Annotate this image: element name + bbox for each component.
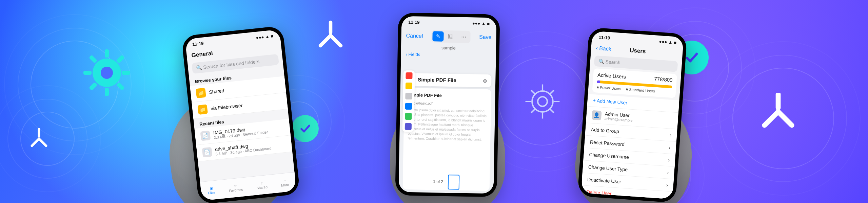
page-thumbnail[interactable] [448, 175, 459, 190]
search-icon: 🔍 [196, 65, 202, 71]
more-icon: ⋯ [283, 179, 287, 183]
svg-rect-3 [105, 88, 109, 96]
clock: 11:19 [598, 35, 610, 40]
svg-point-11 [538, 97, 547, 106]
active-users-label: Active Users [597, 72, 626, 80]
legend-standard: ■ Standard Users [626, 87, 655, 93]
svg-rect-5 [122, 71, 130, 75]
svg-line-26 [320, 36, 331, 46]
card-action-icon[interactable]: ⊕ [483, 78, 487, 84]
chevron-right-icon: › [669, 145, 671, 150]
active-users-count: 778/800 [654, 76, 673, 83]
checkmark-icon [292, 115, 319, 142]
tool-crop-icon[interactable]: ⿴ [445, 31, 457, 42]
document-body-text: Lorem ipsum dolor sit amet, consectetur … [408, 108, 487, 142]
back-button[interactable]: ‹ Back [596, 45, 612, 52]
search-icon: 🔍 [598, 59, 604, 64]
chevron-right-icon: › [666, 182, 668, 188]
file-icon: 📄 [202, 147, 213, 158]
svg-line-24 [39, 139, 46, 146]
svg-rect-8 [89, 55, 97, 63]
pen-tool-icon[interactable] [406, 72, 412, 79]
tool-markup-icon[interactable]: ✎ [432, 31, 444, 42]
status-icons: ●●● ▲ ■ [472, 21, 490, 26]
hero-banner: 11:19 ●●● ▲ ■ General 🔍 Search for files… [0, 0, 868, 203]
document-title-card[interactable]: 📄Simple PDF File ⊕ [405, 73, 492, 87]
highlighter-tool-icon[interactable] [406, 83, 412, 89]
text-tool-icon[interactable] [405, 113, 412, 120]
shared-icon: ⇪ [260, 181, 263, 185]
files-icon: ▣ [210, 186, 213, 190]
ruler-tool-icon[interactable] [405, 123, 412, 130]
tab-files[interactable]: ▣Files [208, 186, 216, 195]
tab-more[interactable]: ⋯More [280, 178, 289, 187]
user-stats-card: Active Users 778/800 ■ Power Users ■ Sta… [592, 68, 677, 98]
phone-mockup-pdf: 11:19 ●●● ▲ ■ Cancel ✎ ⿴ ⋯ Save sample ‹… [395, 13, 500, 197]
page-indicator: 1 of 2 [399, 174, 494, 190]
svg-line-30 [778, 112, 792, 125]
tab-shared[interactable]: ⇪Shared [256, 181, 268, 190]
phone-mockup-files: 11:19 ●●● ▲ ■ General 🔍 Search for files… [181, 26, 300, 203]
svg-line-27 [331, 36, 341, 46]
logo-icon [27, 127, 51, 151]
svg-rect-2 [105, 49, 109, 58]
legend-power: ■ Power Users [596, 85, 621, 91]
svg-rect-9 [116, 82, 125, 91]
file-icon: 📄 [200, 131, 211, 141]
breadcrumb[interactable]: ‹ Fields [401, 50, 496, 60]
phone-mockup-users: 11:19 ●●● ▲ ■ ‹ Back Users 🔍 Search Acti… [577, 27, 687, 203]
page-title: General [191, 50, 213, 59]
svg-point-1 [101, 67, 113, 79]
shape-tool-icon[interactable] [405, 103, 412, 110]
folder-icon: 📁 [197, 104, 208, 115]
svg-point-10 [532, 91, 553, 112]
cancel-button[interactable]: Cancel [406, 33, 423, 39]
svg-line-29 [765, 112, 778, 125]
clock: 11:19 [192, 41, 204, 47]
logo-icon [760, 93, 797, 130]
folder-icon: 📁 [196, 88, 206, 98]
gear-icon [81, 47, 132, 98]
logo-icon [315, 20, 346, 51]
page-title: Users [630, 47, 646, 55]
gear-icon [519, 78, 566, 125]
svg-rect-7 [89, 82, 97, 91]
status-icons: ●●● ▲ ■ [256, 33, 274, 40]
svg-rect-4 [83, 71, 92, 75]
tool-more-icon[interactable]: ⋯ [457, 31, 470, 42]
avatar-icon: 👤 [592, 110, 602, 120]
tab-favorites[interactable]: ☆Favorites [228, 183, 243, 193]
svg-line-23 [32, 139, 39, 146]
status-bar: 11:19 ●●● ▲ ■ [401, 16, 497, 29]
chevron-right-icon: › [667, 170, 669, 175]
star-icon: ☆ [234, 184, 237, 188]
annotation-toolbar [402, 70, 415, 132]
chevron-right-icon: › [668, 157, 670, 163]
tab-bar: ▣Files ☆Favorites ⇪Shared ⋯More [200, 172, 296, 201]
svg-rect-6 [116, 55, 125, 63]
eraser-tool-icon[interactable] [405, 93, 412, 99]
status-icons: ●●● ▲ ■ [659, 39, 676, 45]
chevron-right-icon: › [670, 132, 672, 138]
clock: 11:19 [408, 19, 420, 25]
save-button[interactable]: Save [479, 34, 492, 41]
